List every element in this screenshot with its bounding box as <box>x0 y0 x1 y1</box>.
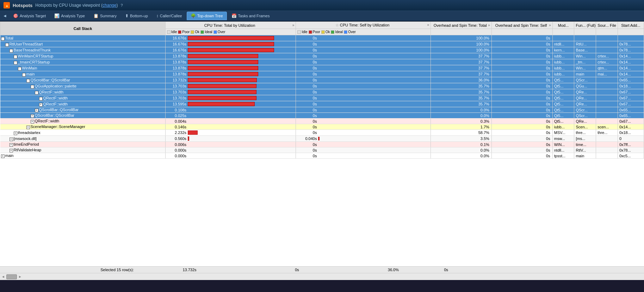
scroll-left-arrow[interactable]: ◄ <box>1 275 5 279</box>
tab-nav-left[interactable]: ◄ <box>1 13 8 19</box>
overhead-total-cell: 35.7% <box>431 95 492 101</box>
function-cell: QGu... <box>574 83 596 89</box>
tab-summary[interactable]: 📋 Summary <box>89 12 120 20</box>
module-cell: tpsst... <box>552 153 574 159</box>
call-stack-cell: -QRectF::width <box>0 89 166 95</box>
table-row[interactable]: -BaseThreadInitThunk16.676s0s100.0%0sker… <box>0 47 644 53</box>
start-addr-cell: 0x7ff... <box>618 142 644 147</box>
horizontal-scrollbar[interactable]: ◄ ► <box>0 273 644 280</box>
expand-button[interactable]: + <box>35 109 38 112</box>
table-row[interactable]: -WinMain13.878s0s37.7%0siubb...Win...qtm… <box>0 65 644 71</box>
expand-button[interactable]: + <box>10 143 13 147</box>
cpu-self-cell: 0s <box>296 71 431 77</box>
app-icon: 🔥 <box>4 2 10 8</box>
expand-button[interactable]: + <box>39 103 43 107</box>
table-row[interactable]: -Total16.676s0s100.0%0s <box>0 35 644 41</box>
table-row[interactable]: -QRectF::width13.703s0s35.7%0sQt5...QRe.… <box>0 95 644 101</box>
cpu-self-legend: Idle Poor Ok Ideal Over <box>296 29 431 35</box>
scroll-right-arrow[interactable]: ► <box>18 275 22 279</box>
expand-button[interactable]: + <box>10 138 13 141</box>
module-cell: iubb... <box>552 124 574 130</box>
table-row[interactable]: -QGuiApplication::palette13.703s0s35.7%0… <box>0 83 644 89</box>
cpu-self-star-icon[interactable]: ☆ <box>335 23 339 27</box>
expand-button[interactable]: - <box>39 97 43 101</box>
function-cell: Win... <box>574 53 596 59</box>
table-row[interactable]: +threadstartex2.232s0s58.7%0sMSV...thre.… <box>0 130 644 136</box>
tab-caller-callee[interactable]: ↕ Caller/Callee <box>153 12 186 20</box>
tab-analysis-type[interactable]: 📊 Analysis Type <box>50 12 89 20</box>
expand-button[interactable]: - <box>14 61 17 65</box>
start-addr-cell: 0x67... <box>618 95 644 101</box>
help-icon[interactable]: ? <box>120 3 123 7</box>
cpu-self-cell: 0s <box>296 118 431 124</box>
expand-button[interactable]: + <box>26 126 30 129</box>
function-cell: _tm... <box>574 59 596 65</box>
table-row[interactable]: +RtlValidateHeap0.000s0s0.0%0sntdll...Rt… <box>0 147 644 153</box>
overhead-total-expand-icon[interactable]: » <box>488 23 490 27</box>
call-stack-cell: -QRectF::width <box>0 95 166 101</box>
call-stack-cell: -Total <box>0 35 166 41</box>
main-content: Call Stack CPU Time: Total by Utilizatio… <box>0 22 644 280</box>
table-row[interactable]: -RtlUserThreadStart16.676s0s100.0%0sntdl… <box>0 41 644 47</box>
call-stack-cell: +QRectF::width <box>0 101 166 107</box>
tab-analysis-target[interactable]: 🎯 Analysis Target <box>9 12 50 20</box>
table-row[interactable]: +QRectF::width13.595s0s35.7%0sQt5...QRe.… <box>0 101 644 107</box>
start-addr-cell: 0 <box>618 136 644 142</box>
expand-button[interactable]: - <box>26 79 30 83</box>
expand-button[interactable]: - <box>14 55 17 59</box>
tab-analysis-type-label: Analysis Type <box>61 14 85 18</box>
table-row[interactable]: +main0.000s0s0.0%0stpsst...main0xc5... <box>0 153 644 159</box>
expand-button[interactable]: - <box>18 67 21 71</box>
call-stack-cell: -main <box>0 71 166 77</box>
expand-button[interactable]: + <box>31 114 34 118</box>
expand-button[interactable]: - <box>31 85 34 89</box>
table-row[interactable]: +QScrollBar::QScrollBar0.025s0s0.0%0sQt5… <box>0 113 644 118</box>
change-link[interactable]: change <box>103 3 116 8</box>
table-row[interactable]: +QRectF::width0.004s0s0.3%0sQt5...QRe...… <box>0 118 644 124</box>
overhead-self-cell: 0s <box>491 147 552 153</box>
expand-button[interactable]: - <box>5 43 9 47</box>
start-addr-cell: 0x78... <box>618 41 644 47</box>
table-row[interactable]: +QScrollBar::QScrollBar0.108s0s0.0%0sQt5… <box>0 107 644 113</box>
overhead-total-cell: 37.7% <box>431 53 492 59</box>
expand-button[interactable]: - <box>22 73 26 77</box>
expand-button[interactable]: + <box>1 154 5 158</box>
table-row[interactable]: -QRectF::width13.703s0s35.7%0sQt5...QRe.… <box>0 89 644 95</box>
cpu-self-expand-icon[interactable]: » <box>427 23 429 27</box>
cpu-total-expand-icon[interactable]: » <box>292 23 295 27</box>
expand-button[interactable]: - <box>1 37 5 41</box>
scroll-thumb[interactable] <box>6 274 17 279</box>
overhead-self-cell: 0s <box>491 124 552 130</box>
call-stack-cell: +SceneManager::SceneManager <box>0 124 166 130</box>
row-name: RtlValidateHeap <box>14 148 42 152</box>
function-cell: QRe... <box>574 95 596 101</box>
table-row[interactable]: -_tmainCRTStartup13.878s0s37.7%0siubb...… <box>0 59 644 65</box>
cpu-self-cell: 0.040s <box>296 136 431 142</box>
tab-summary-label: Summary <box>100 14 117 18</box>
expand-button[interactable]: - <box>10 49 13 53</box>
overhead-total-cell: 0.1% <box>431 142 492 147</box>
table-row[interactable]: +timeEndPeriod0.006s0s0.1%0sWIN...time..… <box>0 142 644 147</box>
table-row[interactable]: +[mswsock.dll]0.560s0.040s3.5%0smsw...[m… <box>0 136 644 142</box>
call-stack-cell: +QScrollBar::QScrollBar <box>0 107 166 113</box>
expand-button[interactable]: + <box>14 132 17 135</box>
overhead-total-cell: 100.0% <box>431 35 492 41</box>
table-container[interactable]: Call Stack CPU Time: Total by Utilizatio… <box>0 22 644 266</box>
table-row[interactable]: -QScrollBar::QScrollBar13.732s0s36.0%0sQ… <box>0 77 644 83</box>
expand-button[interactable]: - <box>35 91 38 95</box>
source-cell <box>596 47 618 53</box>
expand-button[interactable]: + <box>31 120 34 123</box>
start-addr-cell: 0x14... <box>618 59 644 65</box>
table-row[interactable]: -WinMainCRTStartup13.878s0s37.7%0siubb..… <box>0 53 644 59</box>
tab-bottom-up[interactable]: ⬆ Bottom-up <box>121 12 152 20</box>
expand-button[interactable]: + <box>10 149 13 152</box>
overhead-total-cell: 35.7% <box>431 89 492 95</box>
caller-callee-icon: ↕ <box>156 13 159 18</box>
col-header-overhead-self: Overhead and Spin Time: Self » <box>491 22 552 29</box>
table-row[interactable]: -main13.878s0s37.7%0siubb...mainmai...0x… <box>0 71 644 77</box>
tab-tasks-and-frames[interactable]: 📅 Tasks and Frames <box>228 12 274 20</box>
table-row[interactable]: +SceneManager::SceneManager0.146s0s1.7%0… <box>0 124 644 130</box>
overhead-self-expand-icon[interactable]: » <box>549 23 551 27</box>
tab-top-down-tree[interactable]: 🌳 Top-down Tree <box>187 12 227 20</box>
cpu-total-cell: 0.000s <box>166 147 296 153</box>
